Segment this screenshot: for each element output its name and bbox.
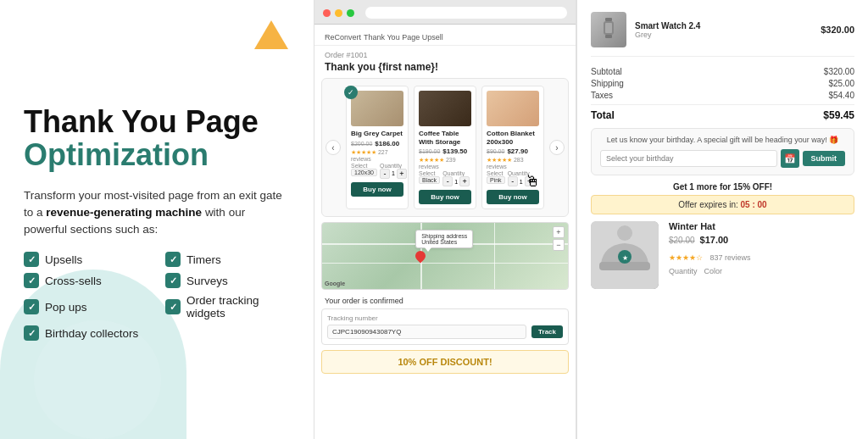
taxes-row: Taxes $54.40: [591, 91, 854, 100]
qty-increase[interactable]: +: [459, 176, 470, 186]
product-selects-table: Select Black Quantity - 1 +: [419, 170, 471, 186]
map-background: Shipping address United States Google + …: [322, 223, 568, 289]
google-logo: Google: [325, 281, 345, 286]
winter-hat-info: Winter Hat $20.00 $17.00 ★★★★☆ 837 revie…: [669, 221, 854, 289]
browser-dot-expand[interactable]: [347, 9, 354, 17]
feature-surveys: Surveys: [165, 273, 290, 288]
total-row: Total $59.45: [591, 104, 854, 121]
product-card-blanket: Cotton Blanket 200x300 $90.00 $27.90 ★★★…: [481, 86, 544, 209]
product-stars-blanket: ★★★★★ 283 reviews: [487, 157, 539, 169]
map-controls: + −: [553, 226, 565, 251]
winter-hat-prices: $20.00 $17.00: [669, 235, 854, 245]
buy-button-carpet[interactable]: Buy now: [351, 182, 403, 197]
qty-increase[interactable]: +: [397, 169, 407, 179]
product-card-table: Coffee Table With Storage $190.00 $139.5…: [414, 86, 476, 209]
track-button[interactable]: Track: [531, 325, 563, 338]
check-icon: [24, 325, 39, 341]
title-line2: Optimization: [24, 138, 290, 172]
birthday-submit-button[interactable]: Submit: [803, 151, 846, 166]
winter-hat-image: ★: [591, 221, 659, 289]
product-stars-carpet: ★★★★★ 227 reviews: [351, 149, 403, 162]
feature-crosssells: Cross-sells: [24, 273, 148, 288]
product-image-table: [419, 91, 471, 126]
product-price-table: $190.00 $139.50: [419, 147, 471, 155]
discount-banner: 10% OFF DISCOUNT!: [321, 350, 569, 374]
browser-address-bar[interactable]: [365, 7, 567, 19]
carousel-next-button[interactable]: ›: [549, 140, 565, 155]
cursor-icon: 🖱: [526, 173, 541, 191]
check-icon: [165, 299, 181, 314]
cart-product-name: Smart Watch 2.4: [635, 21, 812, 31]
calendar-icon[interactable]: 📅: [781, 149, 799, 168]
birthday-input-row: 📅 Submit: [600, 149, 845, 168]
birthday-input[interactable]: [600, 150, 777, 167]
winter-hat-name: Winter Hat: [669, 221, 854, 231]
order-section: Order #1001 Thank you {first name}!: [314, 46, 576, 78]
tracking-label: Tracking number: [327, 314, 563, 322]
map-zoom-in[interactable]: +: [553, 226, 565, 238]
check-icon: [165, 252, 181, 267]
offer-timer: Offer expires in: 05 : 00: [591, 195, 854, 214]
order-thank-you: Thank you {first name}!: [325, 61, 565, 73]
qty-control-table: - 1 +: [442, 176, 470, 186]
product-name-carpet: Big Grey Carpet: [351, 130, 403, 138]
svg-rect-1: [605, 23, 612, 33]
carousel-prev-button[interactable]: ‹: [326, 140, 341, 155]
product-image-blanket: [487, 91, 539, 126]
upsell-banner: Get 1 more for 15% OFF!: [591, 182, 854, 192]
browser-dot-close[interactable]: [323, 9, 331, 17]
smartwatch-icon: [597, 18, 620, 42]
product-stars-table: ★★★★★ 239 reviews: [419, 157, 471, 169]
middle-content: ReConvert Thank You Page Upsell Order #1…: [314, 25, 576, 439]
feature-timers: Timers: [165, 252, 290, 267]
buy-button-table[interactable]: Buy now: [419, 190, 471, 204]
qty-decrease[interactable]: -: [442, 176, 453, 186]
product-name-blanket: Cotton Blanket 200x300: [487, 130, 539, 146]
hat-stars-row: ★★★★☆ 837 reviews: [669, 248, 854, 264]
map-zoom-out[interactable]: −: [553, 239, 565, 251]
feature-birthday: Birthday collectors: [24, 325, 148, 341]
title-line1: Thank You Page: [24, 105, 290, 139]
product-name-table: Coffee Table With Storage: [419, 130, 471, 146]
check-icon: [24, 273, 39, 288]
order-number: Order #1001: [325, 51, 565, 59]
middle-panel: ReConvert Thank You Page Upsell Order #1…: [314, 0, 576, 439]
left-panel: Thank You Page Optimization Transform yo…: [0, 0, 314, 439]
qty-decrease[interactable]: -: [508, 176, 518, 186]
reconvert-header: ReConvert Thank You Page Upsell: [314, 25, 576, 46]
product-carousel: ✓ ‹ › Big Grey Carpet $200.00 $186.00 ★★…: [321, 78, 569, 217]
carousel-check-icon: ✓: [344, 86, 358, 99]
product-price-carpet: $200.00 $186.00: [351, 140, 403, 147]
tracking-number: CJPC19090943087YQ: [327, 325, 526, 339]
feature-order-tracking: Order tracking widgets: [165, 294, 290, 320]
cart-product-info: Smart Watch 2.4 Grey: [635, 21, 812, 39]
check-icon: [165, 273, 181, 288]
map-section: Shipping address United States Google + …: [321, 222, 569, 290]
qty-color-row: Quantity Color: [669, 267, 854, 275]
cart-product-price: $320.00: [821, 25, 854, 35]
svg-text:★: ★: [622, 254, 628, 262]
decoration-triangle: [254, 20, 288, 49]
right-panel: Smart Watch 2.4 Grey $320.00 Subtotal $3…: [576, 0, 868, 439]
shipping-row: Shipping $25.00: [591, 79, 854, 88]
browser-chrome: [314, 0, 576, 25]
buy-button-blanket[interactable]: Buy now: [487, 190, 539, 204]
map-road: [494, 223, 495, 289]
cart-product-image: [591, 12, 626, 47]
feature-upsells: Upsells: [24, 252, 148, 267]
product-card-carpet: Big Grey Carpet $200.00 $186.00 ★★★★★ 22…: [346, 86, 409, 209]
product-selects-carpet: Select 120x30 Quantity - 1 +: [351, 163, 403, 179]
tracking-row: CJPC19090943087YQ Track: [327, 325, 563, 339]
winter-hat-svg: ★: [591, 221, 659, 289]
products-row: Big Grey Carpet $200.00 $186.00 ★★★★★ 22…: [322, 86, 568, 209]
feature-list: Upsells Timers Cross-sells Surveys Pop u…: [24, 252, 290, 341]
product-image-carpet: [351, 91, 403, 126]
winter-hat-section: ★ Winter Hat $20.00 $17.00 ★★★★☆ 837 rev…: [591, 221, 854, 289]
qty-control-carpet: - 1 +: [380, 169, 407, 179]
map-tooltip: Shipping address United States: [415, 230, 473, 248]
browser-dot-minimize[interactable]: [335, 9, 342, 17]
svg-point-5: [617, 225, 632, 241]
check-icon: [24, 252, 39, 267]
qty-decrease[interactable]: -: [380, 169, 390, 179]
subtotal-row: Subtotal $320.00: [591, 67, 854, 76]
